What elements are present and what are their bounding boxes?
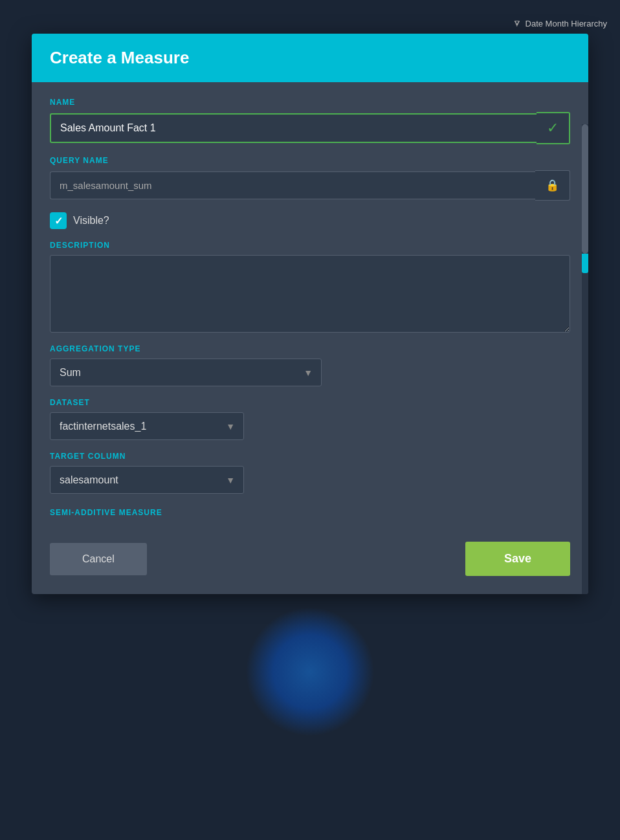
top-bar-label: ⛛ Date Month Hierarchy	[513, 18, 607, 28]
target-column-label: TARGET COLUMN	[50, 452, 570, 461]
modal-header: Create a Measure	[32, 34, 588, 82]
aggregation-label: AGGREGATION TYPE	[50, 344, 570, 353]
cancel-button[interactable]: Cancel	[50, 543, 147, 575]
semi-additive-field-group: SEMI-ADDITIVE MEASURE	[50, 505, 570, 517]
name-field-group: NAME ✓	[50, 98, 570, 144]
lock-icon[interactable]: 🔒	[535, 170, 570, 201]
scrollbar-thumb	[582, 124, 588, 254]
query-name-field-group: QUERY NAME 🔒	[50, 156, 570, 201]
visible-checkbox[interactable]: ✓	[50, 212, 67, 229]
dataset-select-wrapper: factinternetsales_1 ▼	[50, 412, 244, 440]
page-wrapper: ⛛ Date Month Hierarchy Create a Measure …	[0, 13, 620, 840]
top-bar-text: Date Month Hierarchy	[526, 19, 607, 28]
modal-title: Create a Measure	[50, 48, 570, 68]
target-column-field-group: TARGET COLUMN salesamount ▼	[50, 452, 570, 494]
name-input[interactable]	[50, 113, 537, 143]
semi-additive-label: SEMI-ADDITIVE MEASURE	[50, 505, 570, 517]
name-label: NAME	[50, 98, 570, 107]
aggregation-field-group: AGGREGATION TYPE Sum Count Average Min M…	[50, 344, 570, 386]
visible-checkmark: ✓	[54, 215, 63, 227]
description-field-group: DESCRIPTION	[50, 241, 570, 333]
save-button[interactable]: Save	[465, 542, 570, 576]
name-input-row: ✓	[50, 112, 570, 144]
dataset-field-group: DATASET factinternetsales_1 ▼	[50, 398, 570, 440]
target-column-select[interactable]: salesamount	[50, 466, 244, 494]
dataset-select[interactable]: factinternetsales_1	[50, 412, 244, 440]
description-textarea[interactable]	[50, 255, 570, 333]
scrollbar-accent	[582, 254, 588, 273]
query-name-input[interactable]	[50, 171, 535, 199]
scrollbar[interactable]	[582, 124, 588, 594]
query-name-input-row: 🔒	[50, 170, 570, 201]
query-name-label: QUERY NAME	[50, 156, 570, 165]
dataset-label: DATASET	[50, 398, 570, 407]
name-check-icon: ✓	[537, 112, 570, 144]
description-label: DESCRIPTION	[50, 241, 570, 250]
visible-label: Visible?	[73, 215, 109, 227]
aggregation-select[interactable]: Sum Count Average Min Max	[50, 359, 322, 386]
top-bar: ⛛ Date Month Hierarchy	[0, 13, 620, 34]
create-measure-modal: Create a Measure NAME ✓ QUERY NAME 🔒	[32, 34, 588, 594]
visible-row: ✓ Visible?	[50, 212, 570, 229]
hierarchy-icon: ⛛	[513, 18, 522, 28]
bottom-decoration	[245, 607, 375, 736]
modal-footer: Cancel Save	[32, 535, 588, 594]
aggregation-select-wrapper: Sum Count Average Min Max ▼	[50, 359, 322, 386]
modal-body: NAME ✓ QUERY NAME 🔒 ✓ Visible?	[32, 82, 588, 535]
target-column-select-wrapper: salesamount ▼	[50, 466, 244, 494]
